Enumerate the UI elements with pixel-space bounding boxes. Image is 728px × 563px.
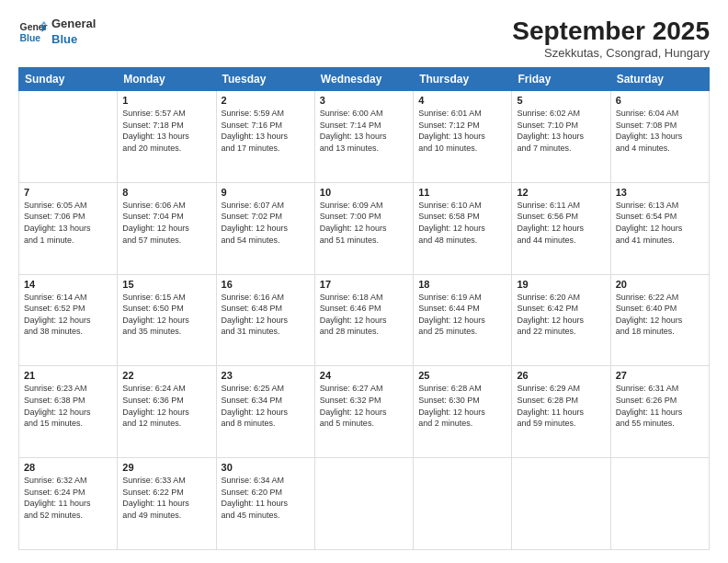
day-info: Sunrise: 6:15 AM Sunset: 6:50 PM Dayligh… xyxy=(122,292,210,338)
day-number: 12 xyxy=(517,187,605,198)
column-header-thursday: Thursday xyxy=(414,68,512,91)
day-info: Sunrise: 6:25 AM Sunset: 6:34 PM Dayligh… xyxy=(222,383,310,429)
day-info: Sunrise: 5:59 AM Sunset: 7:16 PM Dayligh… xyxy=(222,108,310,154)
logo-text: General xyxy=(51,17,96,32)
day-info: Sunrise: 6:09 AM Sunset: 7:00 PM Dayligh… xyxy=(320,200,408,246)
calendar-cell: 12Sunrise: 6:11 AM Sunset: 6:56 PM Dayli… xyxy=(512,182,610,274)
day-number: 8 xyxy=(122,187,210,198)
calendar-week-row: 21Sunrise: 6:23 AM Sunset: 6:38 PM Dayli… xyxy=(19,366,710,458)
page-header: General Blue General Blue September 2025… xyxy=(18,17,710,60)
calendar-cell: 24Sunrise: 6:27 AM Sunset: 6:32 PM Dayli… xyxy=(314,366,413,458)
calendar-cell xyxy=(610,458,709,550)
day-number: 2 xyxy=(222,95,310,106)
day-number: 23 xyxy=(222,370,310,381)
day-info: Sunrise: 6:11 AM Sunset: 6:56 PM Dayligh… xyxy=(517,200,605,246)
logo-icon: General Blue xyxy=(18,17,48,47)
logo: General Blue General Blue xyxy=(18,17,96,48)
column-header-saturday: Saturday xyxy=(610,68,709,91)
calendar-cell: 14Sunrise: 6:14 AM Sunset: 6:52 PM Dayli… xyxy=(19,274,118,366)
day-number: 7 xyxy=(24,187,112,198)
day-number: 3 xyxy=(320,95,408,106)
day-number: 28 xyxy=(24,462,112,473)
calendar-cell: 4Sunrise: 6:01 AM Sunset: 7:12 PM Daylig… xyxy=(414,91,512,183)
calendar-cell: 16Sunrise: 6:16 AM Sunset: 6:48 PM Dayli… xyxy=(216,274,314,366)
day-number: 19 xyxy=(517,279,605,290)
day-number: 30 xyxy=(222,462,310,473)
calendar-cell: 21Sunrise: 6:23 AM Sunset: 6:38 PM Dayli… xyxy=(19,366,118,458)
day-info: Sunrise: 6:32 AM Sunset: 6:24 PM Dayligh… xyxy=(24,475,112,521)
calendar-cell: 27Sunrise: 6:31 AM Sunset: 6:26 PM Dayli… xyxy=(610,366,709,458)
calendar-cell xyxy=(19,91,118,183)
day-info: Sunrise: 6:33 AM Sunset: 6:22 PM Dayligh… xyxy=(122,475,210,521)
day-info: Sunrise: 6:18 AM Sunset: 6:46 PM Dayligh… xyxy=(320,292,408,338)
calendar-cell: 18Sunrise: 6:19 AM Sunset: 6:44 PM Dayli… xyxy=(414,274,512,366)
day-number: 10 xyxy=(320,187,408,198)
calendar-table: SundayMondayTuesdayWednesdayThursdayFrid… xyxy=(18,67,710,550)
calendar-week-row: 28Sunrise: 6:32 AM Sunset: 6:24 PM Dayli… xyxy=(19,458,710,550)
day-info: Sunrise: 6:14 AM Sunset: 6:52 PM Dayligh… xyxy=(24,292,112,338)
day-info: Sunrise: 6:23 AM Sunset: 6:38 PM Dayligh… xyxy=(24,383,112,429)
calendar-cell: 9Sunrise: 6:07 AM Sunset: 7:02 PM Daylig… xyxy=(216,182,314,274)
column-header-monday: Monday xyxy=(118,68,216,91)
calendar-cell: 1Sunrise: 5:57 AM Sunset: 7:18 PM Daylig… xyxy=(118,91,216,183)
column-header-sunday: Sunday xyxy=(19,68,118,91)
calendar-week-row: 7Sunrise: 6:05 AM Sunset: 7:06 PM Daylig… xyxy=(19,182,710,274)
calendar-cell: 10Sunrise: 6:09 AM Sunset: 7:00 PM Dayli… xyxy=(314,182,413,274)
day-number: 20 xyxy=(616,279,704,290)
day-number: 24 xyxy=(320,370,408,381)
day-info: Sunrise: 6:24 AM Sunset: 6:36 PM Dayligh… xyxy=(122,383,210,429)
calendar-cell: 28Sunrise: 6:32 AM Sunset: 6:24 PM Dayli… xyxy=(19,458,118,550)
day-info: Sunrise: 5:57 AM Sunset: 7:18 PM Dayligh… xyxy=(122,108,210,154)
calendar-week-row: 1Sunrise: 5:57 AM Sunset: 7:18 PM Daylig… xyxy=(19,91,710,183)
day-number: 4 xyxy=(418,95,506,106)
day-number: 17 xyxy=(320,279,408,290)
calendar-cell: 6Sunrise: 6:04 AM Sunset: 7:08 PM Daylig… xyxy=(610,91,709,183)
day-info: Sunrise: 6:00 AM Sunset: 7:14 PM Dayligh… xyxy=(320,108,408,154)
day-info: Sunrise: 6:02 AM Sunset: 7:10 PM Dayligh… xyxy=(517,108,605,154)
day-info: Sunrise: 6:20 AM Sunset: 6:42 PM Dayligh… xyxy=(517,292,605,338)
day-info: Sunrise: 6:34 AM Sunset: 6:20 PM Dayligh… xyxy=(222,475,310,521)
day-info: Sunrise: 6:07 AM Sunset: 7:02 PM Dayligh… xyxy=(222,200,310,246)
day-info: Sunrise: 6:06 AM Sunset: 7:04 PM Dayligh… xyxy=(122,200,210,246)
day-number: 6 xyxy=(616,95,704,106)
calendar-week-row: 14Sunrise: 6:14 AM Sunset: 6:52 PM Dayli… xyxy=(19,274,710,366)
calendar-cell: 25Sunrise: 6:28 AM Sunset: 6:30 PM Dayli… xyxy=(414,366,512,458)
day-number: 21 xyxy=(24,370,112,381)
day-number: 27 xyxy=(616,370,704,381)
calendar-cell: 13Sunrise: 6:13 AM Sunset: 6:54 PM Dayli… xyxy=(610,182,709,274)
day-info: Sunrise: 6:04 AM Sunset: 7:08 PM Dayligh… xyxy=(616,108,704,154)
calendar-cell: 29Sunrise: 6:33 AM Sunset: 6:22 PM Dayli… xyxy=(118,458,216,550)
calendar-cell: 2Sunrise: 5:59 AM Sunset: 7:16 PM Daylig… xyxy=(216,91,314,183)
day-info: Sunrise: 6:29 AM Sunset: 6:28 PM Dayligh… xyxy=(517,383,605,429)
calendar-cell: 15Sunrise: 6:15 AM Sunset: 6:50 PM Dayli… xyxy=(118,274,216,366)
month-title: September 2025 xyxy=(512,17,710,46)
day-number: 18 xyxy=(418,279,506,290)
day-number: 11 xyxy=(418,187,506,198)
calendar-cell: 3Sunrise: 6:00 AM Sunset: 7:14 PM Daylig… xyxy=(314,91,413,183)
column-header-tuesday: Tuesday xyxy=(216,68,314,91)
day-info: Sunrise: 6:05 AM Sunset: 7:06 PM Dayligh… xyxy=(24,200,112,246)
day-info: Sunrise: 6:31 AM Sunset: 6:26 PM Dayligh… xyxy=(616,383,704,429)
calendar-cell: 5Sunrise: 6:02 AM Sunset: 7:10 PM Daylig… xyxy=(512,91,610,183)
day-info: Sunrise: 6:27 AM Sunset: 6:32 PM Dayligh… xyxy=(320,383,408,429)
calendar-header-row: SundayMondayTuesdayWednesdayThursdayFrid… xyxy=(19,68,710,91)
day-number: 15 xyxy=(122,279,210,290)
logo-text-blue: Blue xyxy=(51,32,96,48)
calendar-cell xyxy=(512,458,610,550)
day-info: Sunrise: 6:10 AM Sunset: 6:58 PM Dayligh… xyxy=(418,200,506,246)
column-header-wednesday: Wednesday xyxy=(314,68,413,91)
calendar-cell: 17Sunrise: 6:18 AM Sunset: 6:46 PM Dayli… xyxy=(314,274,413,366)
day-info: Sunrise: 6:28 AM Sunset: 6:30 PM Dayligh… xyxy=(418,383,506,429)
location-subtitle: Szekkutas, Csongrad, Hungary xyxy=(512,46,710,60)
calendar-cell: 8Sunrise: 6:06 AM Sunset: 7:04 PM Daylig… xyxy=(118,182,216,274)
day-number: 26 xyxy=(517,370,605,381)
day-number: 5 xyxy=(517,95,605,106)
calendar-cell: 20Sunrise: 6:22 AM Sunset: 6:40 PM Dayli… xyxy=(610,274,709,366)
calendar-cell: 30Sunrise: 6:34 AM Sunset: 6:20 PM Dayli… xyxy=(216,458,314,550)
day-info: Sunrise: 6:01 AM Sunset: 7:12 PM Dayligh… xyxy=(418,108,506,154)
day-number: 9 xyxy=(222,187,310,198)
calendar-cell: 22Sunrise: 6:24 AM Sunset: 6:36 PM Dayli… xyxy=(118,366,216,458)
calendar-cell xyxy=(414,458,512,550)
calendar-cell: 26Sunrise: 6:29 AM Sunset: 6:28 PM Dayli… xyxy=(512,366,610,458)
day-number: 29 xyxy=(122,462,210,473)
